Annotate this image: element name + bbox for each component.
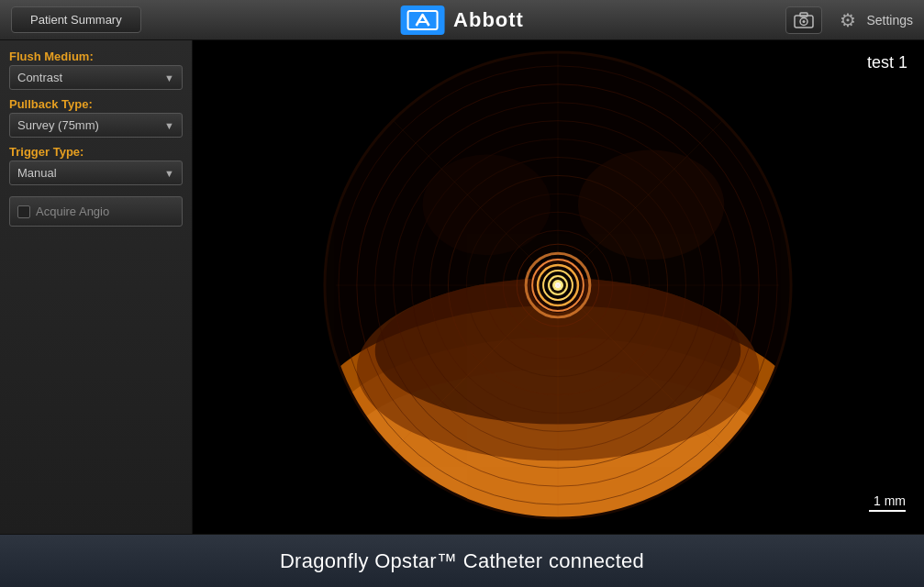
trigger-type-dropdown[interactable]: Manual ▼ — [9, 161, 183, 185]
flush-medium-section: Flush Medium: Contrast ▼ — [9, 50, 183, 90]
pullback-type-arrow-icon: ▼ — [164, 120, 174, 131]
acquire-checkbox-icon — [17, 205, 30, 218]
patient-summary-button[interactable]: Patient Summary — [11, 6, 141, 33]
camera-button[interactable] — [785, 6, 822, 34]
acquire-angio-label: Acquire Angio — [36, 205, 109, 218]
pullback-type-section: Pullback Type: Survey (75mm) ▼ — [9, 97, 183, 138]
gear-icon: ⚙ — [835, 7, 861, 33]
flush-medium-dropdown[interactable]: Contrast ▼ — [9, 65, 183, 90]
status-text: Dragonfly Opstar™ Catheter connected — [280, 549, 644, 573]
abbott-logo-icon — [403, 7, 441, 33]
pullback-type-value: Survey (75mm) — [17, 118, 99, 132]
flush-medium-value: Contrast — [17, 71, 62, 84]
patient-name: test 1 — [867, 53, 907, 72]
abbott-logo-box — [400, 6, 444, 35]
settings-label: Settings — [866, 13, 913, 28]
pullback-type-dropdown[interactable]: Survey (75mm) ▼ — [9, 113, 183, 138]
acquire-angio-button[interactable]: Acquire Angio — [9, 196, 183, 227]
scale-indicator: 1 mm — [869, 493, 906, 512]
trigger-type-arrow-icon: ▼ — [164, 168, 174, 179]
svg-point-7 — [803, 20, 806, 23]
scale-label: 1 mm — [874, 493, 906, 508]
oct-image — [193, 40, 924, 534]
settings-button[interactable]: ⚙ Settings — [835, 7, 913, 33]
main-content: Flush Medium: Contrast ▼ Pullback Type: … — [0, 40, 924, 534]
scale-bar-icon — [869, 510, 906, 512]
camera-icon — [794, 12, 814, 28]
flush-medium-arrow-icon: ▼ — [164, 72, 174, 83]
left-panel: Flush Medium: Contrast ▼ Pullback Type: … — [0, 40, 193, 534]
topbar-right: ⚙ Settings — [785, 6, 913, 34]
statusbar: Dragonfly Opstar™ Catheter connected — [0, 534, 924, 587]
svg-point-40 — [423, 155, 551, 256]
trigger-type-label: Trigger Type: — [9, 145, 183, 159]
topbar-center: Abbott — [400, 6, 524, 35]
oct-image-area: test 1 — [193, 40, 924, 534]
brand-name: Abbott — [453, 8, 524, 32]
pullback-type-label: Pullback Type: — [9, 97, 183, 111]
topbar-left: Patient Summary — [11, 6, 141, 33]
svg-rect-6 — [800, 13, 807, 17]
trigger-type-section: Trigger Type: Manual ▼ — [9, 145, 183, 185]
trigger-type-value: Manual — [17, 166, 57, 180]
topbar: Patient Summary Abbott — [0, 0, 924, 40]
flush-medium-label: Flush Medium: — [9, 50, 183, 63]
